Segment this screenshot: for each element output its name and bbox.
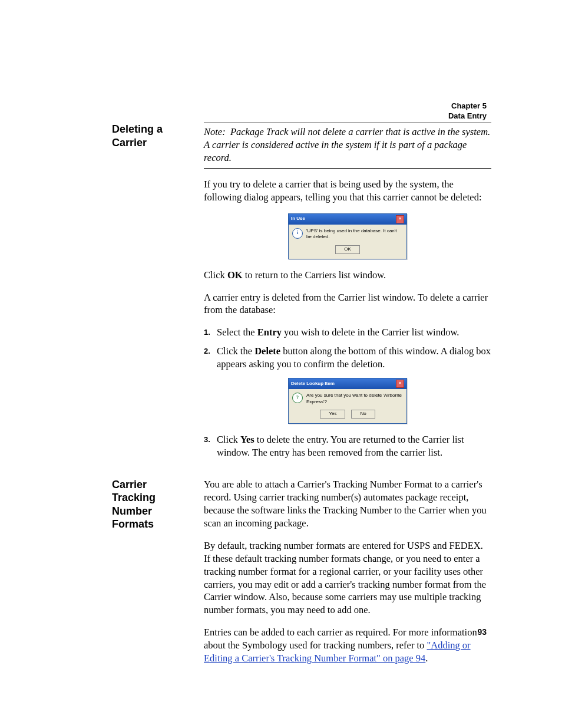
chapter-label: Chapter 5 xyxy=(448,101,487,111)
section-heading-formats: Carrier Tracking Number Formats xyxy=(112,478,189,674)
section-heading-deleting: Deleting a Carrier xyxy=(112,123,189,465)
delete-confirm-dialog: Delete Lookup Item × ? Are you sure that… xyxy=(288,378,407,424)
paragraph: Entries can be added to each carrier as … xyxy=(204,626,491,665)
paragraph: Click OK to return to the Carriers list … xyxy=(204,269,491,282)
step-3: 3. Click Yes to delete the entry. You ar… xyxy=(204,433,491,459)
question-icon: ? xyxy=(292,393,303,403)
no-button[interactable]: No xyxy=(351,410,375,419)
note-box: Note: Package Track will not delete a ca… xyxy=(204,123,491,169)
paragraph: By default, tracking number formats are … xyxy=(204,539,491,617)
dialog-message: Are you sure that you want to delete 'Ai… xyxy=(306,393,403,405)
note-label: Note: xyxy=(204,126,230,137)
section-label: Data Entry xyxy=(448,111,487,121)
paragraph: You are able to attach a Carrier's Track… xyxy=(204,478,491,530)
yes-button[interactable]: Yes xyxy=(320,410,345,419)
dialog-message: 'UPS' is being used in the database. It … xyxy=(306,228,403,241)
close-icon[interactable]: × xyxy=(396,380,404,388)
page-number: 93 xyxy=(477,627,487,637)
paragraph: A carrier entry is deleted from the Carr… xyxy=(204,291,491,317)
dialog-title: Delete Lookup Item xyxy=(291,381,335,387)
step-1: 1. Select the Entry you wish to delete i… xyxy=(204,326,491,339)
info-icon: i xyxy=(292,228,303,239)
close-icon[interactable]: × xyxy=(396,215,404,223)
step-2: 2. Click the Delete button along the bot… xyxy=(204,345,491,371)
paragraph: If you try to delete a carrier that is b… xyxy=(204,178,491,204)
note-text: Package Track will not delete a carrier … xyxy=(204,126,490,163)
dialog-title: In Use xyxy=(291,216,305,222)
ok-button[interactable]: OK xyxy=(335,245,360,254)
page-header: Chapter 5 Data Entry xyxy=(448,101,487,121)
in-use-dialog: In Use × i 'UPS' is being used in the da… xyxy=(288,213,407,259)
